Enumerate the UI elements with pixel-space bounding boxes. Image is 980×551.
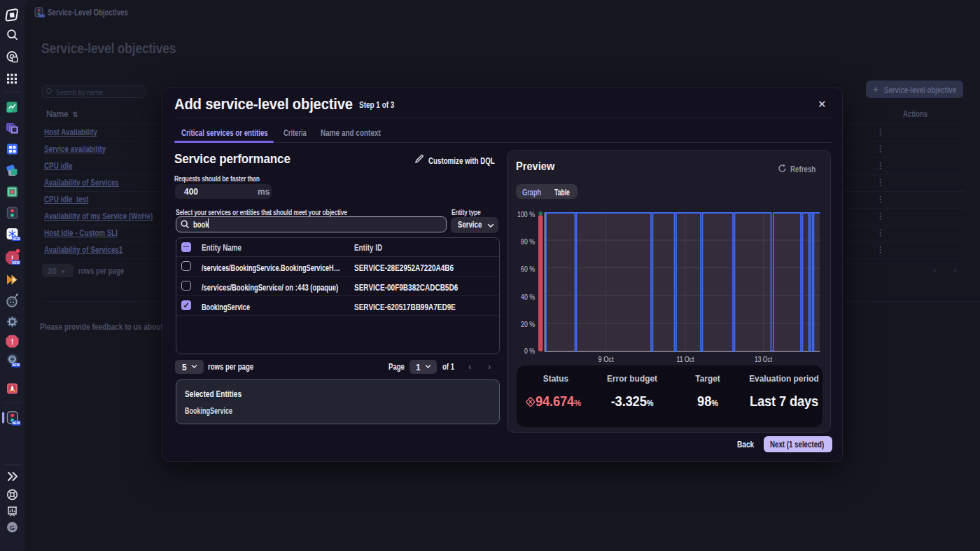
- svg-text:60 %: 60 %: [521, 265, 535, 273]
- svg-text:G: G: [10, 524, 15, 531]
- svg-text:13 Oct: 13 Oct: [755, 355, 772, 363]
- svg-text:NEW: NEW: [12, 261, 20, 265]
- svg-text:9 Oct: 9 Oct: [598, 355, 614, 363]
- svg-text:!: !: [11, 337, 14, 346]
- svg-text:0 %: 0 %: [524, 347, 535, 355]
- svg-text:40 %: 40 %: [521, 293, 535, 301]
- svg-text:NEW: NEW: [12, 421, 20, 425]
- svg-text:20 %: 20 %: [521, 320, 535, 328]
- svg-text:NEW: NEW: [38, 15, 45, 18]
- svg-text:11 Oct: 11 Oct: [677, 355, 694, 363]
- svg-text:NEW: NEW: [12, 363, 20, 367]
- svg-text:80 %: 80 %: [521, 237, 535, 246]
- svg-text:NEW: NEW: [13, 237, 20, 241]
- svg-text:100 %: 100 %: [517, 210, 535, 218]
